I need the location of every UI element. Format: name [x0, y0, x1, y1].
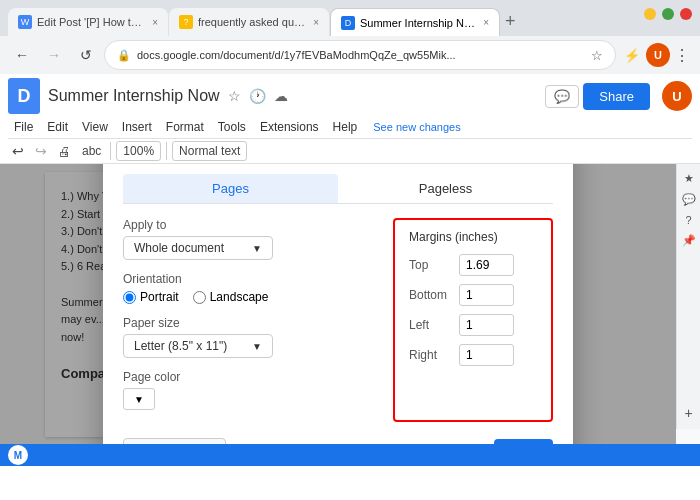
margin-left-row: Left [409, 314, 537, 336]
portrait-option[interactable]: Portrait [123, 290, 179, 304]
tab-faq[interactable]: ? frequently asked questions at... × [169, 8, 329, 36]
history-icon[interactable]: 🕐 [249, 88, 266, 104]
sidebar-pin-icon[interactable]: 📌 [682, 234, 696, 247]
tab-close-summer[interactable]: × [483, 17, 489, 28]
menu-edit[interactable]: Edit [41, 118, 74, 136]
margin-left-label: Left [409, 318, 459, 332]
tab-edit[interactable]: W Edit Post '[P] How to Chang... × [8, 8, 168, 36]
spellcheck-btn[interactable]: abc [78, 142, 105, 160]
docs-title-row: D Summer Internship Now ☆ 🕐 ☁ 💬 Share U [8, 76, 692, 116]
margin-bottom-label: Bottom [409, 288, 459, 302]
meet-button[interactable]: M [8, 445, 28, 465]
toolbar-row: ↩ ↪ 🖨 abc 100% Normal text [8, 138, 692, 163]
star-icon[interactable]: ☆ [591, 48, 603, 63]
page-color-button[interactable]: ▼ [123, 388, 155, 410]
portrait-radio[interactable] [123, 291, 136, 304]
address-bar[interactable]: 🔒 docs.google.com/document/d/1y7fEVBaMod… [104, 40, 616, 70]
forward-button[interactable]: → [40, 41, 68, 69]
sidebar-chat-icon[interactable]: 💬 [682, 193, 696, 206]
back-button[interactable]: ← [8, 41, 36, 69]
tab-summer[interactable]: D Summer Internship Now – Go... × [330, 8, 500, 36]
more-icon[interactable]: ⋮ [672, 44, 692, 67]
comment-icon[interactable]: 💬 [545, 85, 579, 108]
paper-size-select[interactable]: Letter (8.5" x 11") ▼ [123, 334, 273, 358]
color-chevron-icon: ▼ [134, 394, 144, 405]
modal-body: Apply to Whole document ▼ Orientation Po… [123, 218, 553, 422]
sidebar-plus-icon[interactable]: + [684, 405, 692, 421]
sidebar-panel: ★ 💬 ? 📌 + [676, 164, 700, 429]
print-btn[interactable]: 🖨 [54, 142, 75, 161]
apply-to-label: Apply to [123, 218, 373, 232]
maximize-btn[interactable] [662, 8, 674, 20]
chevron-down-icon: ▼ [252, 243, 262, 254]
modal-left: Apply to Whole document ▼ Orientation Po… [123, 218, 373, 422]
paper-size-label: Paper size [123, 316, 373, 330]
sidebar-help-icon[interactable]: ? [685, 214, 691, 226]
sidebar-star-icon[interactable]: ★ [684, 172, 694, 185]
minimize-btn[interactable] [644, 8, 656, 20]
tab-close-faq[interactable]: × [313, 17, 319, 28]
margin-top-input[interactable] [459, 254, 514, 276]
zoom-selector[interactable]: 100% [116, 141, 161, 161]
margin-left-input[interactable] [459, 314, 514, 336]
margin-bottom-input[interactable] [459, 284, 514, 306]
margin-top-label: Top [409, 258, 459, 272]
tab-bar: W Edit Post '[P] How to Chang... × ? fre… [0, 0, 700, 36]
margin-right-label: Right [409, 348, 459, 362]
cancel-button[interactable]: Cancel [418, 439, 486, 445]
menu-help[interactable]: Help [327, 118, 364, 136]
star-docs-icon[interactable]: ☆ [228, 88, 241, 104]
menu-extensions[interactable]: Extensions [254, 118, 325, 136]
browser-chrome: W Edit Post '[P] How to Chang... × ? fre… [0, 0, 700, 74]
ok-button[interactable]: OK [494, 439, 553, 445]
profile-icon[interactable]: U [646, 43, 670, 67]
menu-format[interactable]: Format [160, 118, 210, 136]
menu-file[interactable]: File [8, 118, 39, 136]
modal-overlay: × Page setup Pages Pageless Apply to Who… [0, 164, 676, 444]
new-tab-btn[interactable]: + [505, 11, 516, 32]
landscape-option[interactable]: Landscape [193, 290, 269, 304]
margins-panel: Margins (inches) Top Bottom Left [393, 218, 553, 422]
margin-right-row: Right [409, 344, 537, 366]
paper-chevron-icon: ▼ [252, 341, 262, 352]
see-new-changes[interactable]: See new changes [373, 121, 460, 133]
address-text: docs.google.com/document/d/1y7fEVBaModhm… [137, 49, 585, 61]
page-color-group: Page color ▼ [123, 370, 373, 410]
bottom-bar: M [0, 444, 700, 466]
orientation-group: Orientation Portrait Landscape [123, 272, 373, 304]
undo-btn[interactable]: ↩ [8, 141, 28, 161]
redo-btn[interactable]: ↪ [31, 141, 51, 161]
reload-button[interactable]: ↺ [72, 41, 100, 69]
page-content: 1.) Why You Sh... 2.) Start your S... in… [0, 164, 700, 444]
extensions-icon[interactable]: ⚡ [620, 43, 644, 67]
tab-pageless[interactable]: Pageless [338, 174, 553, 203]
margin-bottom-row: Bottom [409, 284, 537, 306]
modal: × Page setup Pages Pageless Apply to Who… [103, 164, 573, 444]
margin-right-input[interactable] [459, 344, 514, 366]
docs-header: D Summer Internship Now ☆ 🕐 ☁ 💬 Share U … [0, 74, 700, 164]
set-as-default-button[interactable]: Set as default [123, 438, 226, 444]
menu-tools[interactable]: Tools [212, 118, 252, 136]
close-btn[interactable] [680, 8, 692, 20]
landscape-radio[interactable] [193, 291, 206, 304]
style-selector[interactable]: Normal text [172, 141, 247, 161]
margins-title: Margins (inches) [409, 230, 537, 244]
docs-logo: D [8, 78, 40, 114]
paper-size-group: Paper size Letter (8.5" x 11") ▼ [123, 316, 373, 358]
cloud-icon[interactable]: ☁ [274, 88, 288, 104]
nav-bar: ← → ↺ 🔒 docs.google.com/document/d/1y7fE… [0, 36, 700, 74]
apply-to-select[interactable]: Whole document ▼ [123, 236, 273, 260]
margin-top-row: Top [409, 254, 537, 276]
page-color-label: Page color [123, 370, 373, 384]
modal-footer: Set as default Cancel OK [123, 438, 553, 444]
menu-view[interactable]: View [76, 118, 114, 136]
share-button[interactable]: Share [583, 83, 650, 110]
orientation-options: Portrait Landscape [123, 290, 373, 304]
menu-insert[interactable]: Insert [116, 118, 158, 136]
orientation-label: Orientation [123, 272, 373, 286]
tab-pages[interactable]: Pages [123, 174, 338, 203]
lock-icon: 🔒 [117, 49, 131, 62]
tab-close-edit[interactable]: × [152, 17, 158, 28]
user-avatar[interactable]: U [662, 81, 692, 111]
apply-to-group: Apply to Whole document ▼ [123, 218, 373, 260]
